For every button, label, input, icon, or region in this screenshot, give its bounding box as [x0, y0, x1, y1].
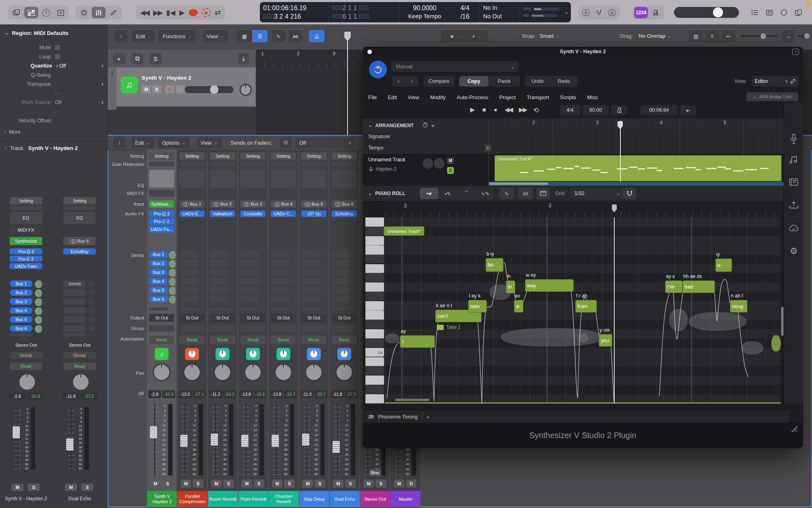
select-tool-icon[interactable]: ▪➤: [420, 188, 438, 199]
automation-mode-button[interactable]: Read: [332, 336, 357, 344]
mixer-channel-strip[interactable]: SettingBus 1UADx E...St OutRead-13.0-17.…: [177, 150, 207, 506]
send-slot[interactable]: [63, 289, 86, 296]
close-icon[interactable]: [367, 50, 372, 54]
black-key[interactable]: [365, 292, 384, 301]
scrollbar-thumb[interactable]: [489, 182, 548, 185]
channel-fader[interactable]: 03691215182124303540455060: [13, 406, 37, 471]
drag-value[interactable]: No Overlap⌄: [639, 33, 671, 39]
automation-mode-button[interactable]: Read: [210, 336, 235, 344]
send-knob[interactable]: [291, 252, 296, 257]
plugin-forward-icon[interactable]: ▶▶: [519, 106, 527, 113]
peak-db[interactable]: -10.9: [27, 393, 43, 400]
play-icon[interactable]: ▶: [179, 9, 185, 17]
channel-mute-button[interactable]: M: [211, 480, 222, 488]
black-key[interactable]: [365, 366, 384, 376]
parameter-value[interactable]: - -: [55, 109, 60, 115]
send-knob[interactable]: [89, 299, 94, 304]
bounce-button[interactable]: Bnc: [369, 469, 381, 476]
send-slot[interactable]: [179, 287, 198, 293]
cloud-sync-icon[interactable]: [789, 225, 799, 232]
channel-mute-button[interactable]: M: [11, 484, 24, 491]
stepper-icon[interactable]: ▴▾: [102, 82, 103, 86]
send-knob[interactable]: [321, 296, 327, 302]
audio-fx-slot[interactable]: EchoBoy: [63, 248, 96, 254]
channel-setting-button[interactable]: Setting: [63, 197, 96, 204]
fader-thumb[interactable]: [302, 434, 309, 446]
channel-mute-button[interactable]: M: [363, 480, 374, 488]
draw-curve-tool-icon[interactable]: ∿✎: [476, 188, 495, 199]
automation-icon[interactable]: ∿: [272, 30, 285, 42]
track-inspector-header[interactable]: › Track:Synth V - Hayden 2: [0, 141, 112, 154]
channel-name[interactable]: Dual Echo: [330, 491, 360, 507]
eq-thumbnail[interactable]: [271, 170, 296, 188]
eq-thumbnail[interactable]: [332, 170, 357, 188]
send-knob[interactable]: [169, 278, 177, 286]
tempo-value[interactable]: 0: [484, 144, 492, 152]
plugin-menu-view[interactable]: View: [408, 94, 419, 100]
next-preset-icon[interactable]: ›: [405, 76, 419, 87]
duplicate-track-icon[interactable]: ⧉: [131, 53, 143, 64]
lyric-note[interactable]: had: [682, 280, 715, 293]
send-slot[interactable]: Bus 5: [149, 287, 168, 293]
channel-output-slot[interactable]: St Out: [240, 314, 266, 322]
send-knob[interactable]: [169, 296, 177, 304]
sends-on-faders-select[interactable]: Off▴▾: [295, 137, 354, 148]
channel-solo-button[interactable]: S: [315, 480, 325, 488]
channel-type-icon[interactable]: [337, 348, 351, 360]
automation-mode-button[interactable]: Read: [149, 336, 174, 344]
pan-knob[interactable]: [335, 363, 353, 381]
channel-setting-button[interactable]: Setting: [210, 152, 235, 160]
volume-db[interactable]: -2.8: [9, 393, 26, 400]
send-slot[interactable]: [210, 269, 229, 276]
send-knob[interactable]: [230, 261, 235, 266]
group-slot[interactable]: [179, 325, 205, 332]
count-in-button[interactable]: 1234: [634, 7, 648, 18]
plugin-time-display[interactable]: 00:06:64: [640, 105, 678, 115]
white-key[interactable]: [365, 310, 384, 320]
eq-thumbnail[interactable]: [240, 170, 266, 188]
send-slot[interactable]: [301, 296, 320, 302]
send-knob[interactable]: [89, 281, 94, 287]
notes-pad-icon[interactable]: [762, 7, 776, 18]
send-slot[interactable]: [332, 278, 350, 284]
send-knob[interactable]: [291, 287, 296, 293]
master-volume-slider[interactable]: [674, 7, 739, 18]
lyric-note[interactable]: noug: [730, 300, 747, 313]
fader-thumb[interactable]: [272, 435, 279, 447]
send-knob[interactable]: [199, 252, 205, 257]
send-slot[interactable]: Bus 6: [10, 325, 32, 332]
send-knob[interactable]: [35, 289, 43, 297]
volume-knob[interactable]: [713, 7, 723, 17]
plugin-menu-transport[interactable]: Transport: [527, 94, 549, 100]
automation-mode-button[interactable]: Read: [10, 363, 42, 370]
back-arrow-icon[interactable]: ↑: [114, 30, 127, 42]
plugin-menu-modify[interactable]: Modify: [430, 94, 445, 100]
send-slot[interactable]: Bus 6: [149, 296, 168, 302]
channel-fader[interactable]: 03691215182124303540455060: [333, 403, 356, 476]
channel-setting-button[interactable]: Setting: [179, 152, 205, 160]
metronome-icon[interactable]: [649, 7, 663, 18]
volume-db[interactable]: -2.8: [148, 390, 161, 398]
automation-mode-button[interactable]: Read: [271, 336, 296, 344]
send-knob[interactable]: [35, 280, 43, 288]
fader-thumb[interactable]: [241, 435, 248, 447]
send-slot[interactable]: [240, 269, 259, 276]
channel-mute-button[interactable]: M: [394, 480, 404, 488]
channel-setting-button[interactable]: Setting: [149, 152, 174, 160]
send-knob[interactable]: [199, 269, 205, 275]
volume-db[interactable]: -11.8: [331, 390, 344, 398]
lyric-note[interactable]: from: [575, 300, 597, 313]
signature-row[interactable]: Signature: [363, 131, 784, 143]
snap-value[interactable]: Smart⌄: [540, 33, 559, 39]
send-slot[interactable]: Bus 2: [149, 260, 168, 267]
send-knob[interactable]: [230, 269, 235, 275]
send-slot[interactable]: Bus 3: [149, 269, 168, 276]
send-knob[interactable]: [321, 261, 327, 266]
channel-mute-button[interactable]: M: [242, 480, 252, 488]
catch-playhead-icon[interactable]: ⧋: [309, 30, 324, 42]
preset-select[interactable]: Manual⌄: [392, 61, 518, 72]
channel-solo-button[interactable]: S: [223, 480, 234, 488]
stepper-icon[interactable]: ▴▾: [102, 101, 103, 104]
record-icon[interactable]: [189, 9, 198, 16]
channel-output-slot[interactable]: St Out: [332, 314, 357, 322]
